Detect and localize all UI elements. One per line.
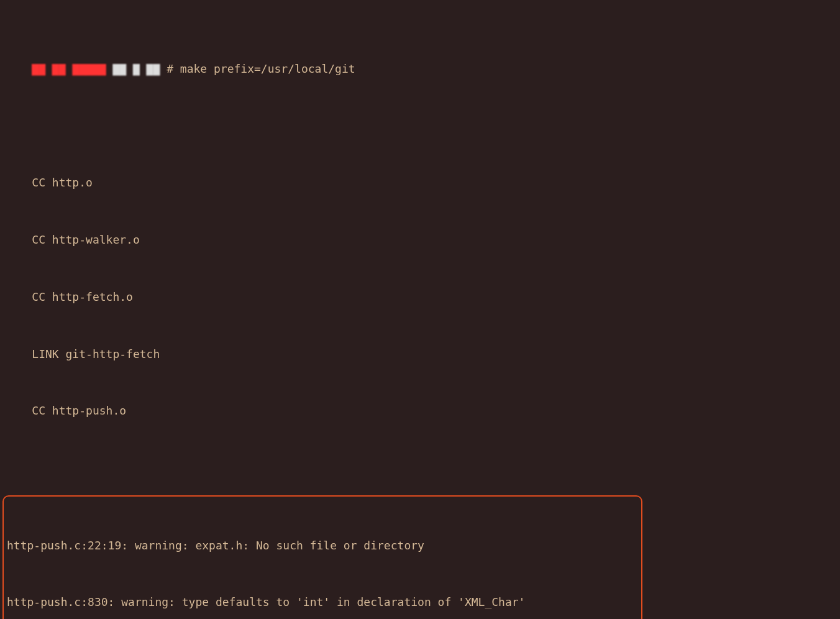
terminal-output: ▇▇ ▇▇ ▇▇▇▇▇ ▇▇ ▇ ▇▇ # make prefix=/usr/l… [0, 2, 840, 619]
command-text: make prefix=/usr/local/git [180, 62, 355, 75]
warning-line: http-push.c:22:19: warning: expat.h: No … [6, 536, 639, 556]
prompt-user-redacted: ▇▇ ▇▇ ▇▇▇▇▇ [32, 62, 106, 75]
compile-line: CC http-fetch.o [0, 288, 840, 307]
prompt-hash: # [167, 62, 173, 75]
compile-line: CC http-walker.o [0, 231, 840, 250]
compile-output-block: CC http.o CC http-walker.o CC http-fetch… [0, 135, 840, 459]
prompt-host-redacted: ▇▇ ▇ ▇▇ [112, 62, 160, 75]
highlighted-warning-box: http-push.c:22:19: warning: expat.h: No … [2, 495, 642, 619]
warning-line: http-push.c:830: warning: type defaults … [6, 593, 639, 612]
compile-line: LINK git-http-fetch [0, 345, 840, 364]
prompt-line[interactable]: ▇▇ ▇▇ ▇▇▇▇▇ ▇▇ ▇ ▇▇ # make prefix=/usr/l… [0, 40, 840, 98]
compile-line: CC http.o [0, 173, 840, 193]
compile-line: CC http-push.o [0, 401, 840, 421]
